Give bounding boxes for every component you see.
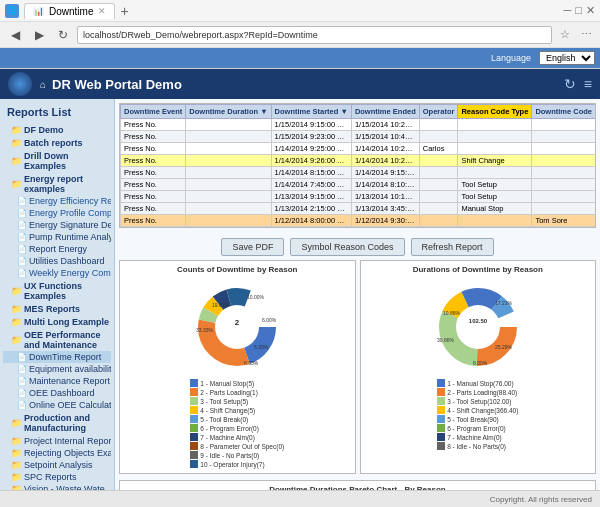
doc-icon: 📄 [17, 401, 27, 410]
sidebar-item-df-demo[interactable]: 📁 DF Demo [3, 124, 111, 136]
settings-icon[interactable]: ⋯ [577, 26, 595, 44]
table-row[interactable]: Press No. 1/13/2014 9:15:00 AM 1/13/2014… [121, 191, 597, 203]
legend-item: 9 - Idle - No Parts(0) [190, 451, 284, 459]
sidebar-item-oee-dashboard[interactable]: 📄 OEE Dashboard [3, 387, 111, 399]
doc-icon: 📄 [17, 377, 27, 386]
legend-color [437, 397, 445, 405]
footer: Copyright. All rights reserved [0, 490, 600, 507]
sidebar-item-label: Utilities Dashboard [29, 256, 105, 266]
tab-close-button[interactable]: ✕ [98, 6, 106, 16]
cell-operator [419, 155, 458, 167]
language-select[interactable]: English [539, 51, 595, 65]
table-row[interactable]: Press No. 1/12/2014 8:00:00 AM 1/12/2014… [121, 215, 597, 227]
legend-color [190, 424, 198, 432]
svg-point-6 [215, 305, 259, 349]
cell-event: Press No. [121, 203, 186, 215]
refresh-button[interactable]: ↻ [53, 25, 73, 45]
table-row[interactable]: Press No. 1/13/2014 2:15:00 PM 1/13/2014… [121, 203, 597, 215]
folder-icon: 📁 [11, 448, 22, 458]
sidebar-item-report-energy[interactable]: 📄 Report Energy [3, 243, 111, 255]
browser-tab[interactable]: 📊 Downtime ✕ [24, 3, 115, 19]
address-bar[interactable]: localhost/DRweb_Demo/webreport.aspx?RepI… [77, 26, 552, 44]
forward-button[interactable]: ▶ [29, 25, 49, 45]
table-row[interactable]: Press No. 1/15/2014 9:23:00 AM 1/15/2014… [121, 131, 597, 143]
legend-label: 5 - Tool Break(0) [200, 416, 248, 423]
sidebar-item-energy-profile[interactable]: 📄 Energy Profile Compare Report [3, 207, 111, 219]
sidebar-item-online-oee[interactable]: 📄 Online OEE Calculation Form [3, 399, 111, 411]
sidebar-group-production: 📁 Production and Manufacturing [3, 412, 111, 434]
sidebar-item-oee-performance[interactable]: 📁 OEE Performance and Maintenance [3, 329, 111, 351]
sidebar-item-vision-waste[interactable]: 📁 Vision - Waste Wate [3, 483, 111, 490]
legend-item: 2 - Parts Loading(1) [190, 388, 284, 396]
sidebar-item-multi-long[interactable]: 📁 Multi Long Example [3, 316, 111, 328]
cell-reason: Shift Change [458, 155, 532, 167]
table-row[interactable]: Press No. 1/15/2014 9:15:00 AM 1/15/2014… [121, 119, 597, 131]
sidebar-item-downtime-report[interactable]: 📄 DownTime Report [3, 351, 111, 363]
cell-ended: 1/15/2014 10:23:00 AM [351, 119, 419, 131]
cell-reason: Tool Setup [458, 179, 532, 191]
sidebar-item-ux-functions[interactable]: 📁 UX Functions Examples [3, 280, 111, 302]
cell-duration [186, 179, 271, 191]
legend-color [190, 379, 198, 387]
legend-label: 2 - Parts Loading(88.40) [447, 389, 517, 396]
legend-color [190, 451, 198, 459]
sidebar-item-maintenance-report[interactable]: 📄 Maintenance Report [3, 375, 111, 387]
doc-icon: 📄 [17, 353, 27, 362]
sidebar-item-rejecting[interactable]: 📁 Rejecting Objects Examples [3, 447, 111, 459]
new-tab-button[interactable]: + [120, 3, 128, 19]
back-button[interactable]: ◀ [5, 25, 25, 45]
legend-color [437, 379, 445, 387]
sidebar-item-energy-examples[interactable]: 📁 Energy report examples [3, 173, 111, 195]
sidebar-item-spc[interactable]: 📁 SPC Reports [3, 471, 111, 483]
sidebar-item-pump-runtime[interactable]: 📄 Pump Runtime Analysis [3, 231, 111, 243]
table-row[interactable]: Press No. 1/14/2014 7:45:00 AM 1/14/2014… [121, 179, 597, 191]
table-row[interactable]: Press No. 1/14/2014 9:26:00 AM 1/14/2014… [121, 155, 597, 167]
svg-text:8.00%: 8.00% [473, 360, 488, 366]
donut-charts-row: Counts of Downtime by Reason 2 19.67% [119, 260, 596, 474]
refresh-report-button[interactable]: Refresh Report [411, 238, 494, 256]
col-header-started[interactable]: Downtime Started ▼ [271, 105, 351, 119]
cell-ended: 1/13/2014 10:15:00 AM [351, 191, 419, 203]
legend-label: 5 - Tool Break(90) [447, 416, 499, 423]
sidebar-item-setpoint[interactable]: 📁 Setpoint Analysis [3, 459, 111, 471]
sidebar-item-drill-down[interactable]: 📁 Drill Down Examples [3, 150, 111, 172]
svg-text:30.86%: 30.86% [437, 337, 455, 343]
sidebar-item-label: Drill Down Examples [24, 151, 109, 171]
tab-label: Downtime [49, 6, 93, 17]
minimize-button[interactable]: ─ [564, 4, 572, 17]
legend-item: 7 - Machine Alm(0) [437, 433, 518, 441]
sidebar-item-weekly-energy[interactable]: 📄 Weekly Energy Compare Report [3, 267, 111, 279]
sidebar-item-production[interactable]: 📁 Production and Manufacturing [3, 412, 111, 434]
refresh-app-icon[interactable]: ↻ [564, 76, 576, 92]
sidebar-item-equipment-availability[interactable]: 📄 Equipment availability report [3, 363, 111, 375]
folder-icon: 📁 [11, 304, 22, 314]
close-button[interactable]: ✕ [586, 4, 595, 17]
menu-icon[interactable]: ≡ [584, 76, 592, 92]
sidebar-item-project-internal[interactable]: 📁 Project Internal Reports [3, 435, 111, 447]
sidebar-item-label: UX Functions Examples [24, 281, 109, 301]
cell-code [532, 191, 596, 203]
sidebar-item-mes-reports[interactable]: 📁 MES Reports [3, 303, 111, 315]
table-row[interactable]: Press No. 1/14/2014 9:25:00 AM 1/14/2014… [121, 143, 597, 155]
browser-chrome: 🌐 📊 Downtime ✕ + ─ □ ✕ ◀ ▶ ↻ localhost/D… [0, 0, 600, 69]
save-pdf-button[interactable]: Save PDF [221, 238, 284, 256]
folder-icon: 📁 [11, 317, 22, 327]
bookmark-icon[interactable]: ☆ [556, 26, 574, 44]
cell-duration [186, 215, 271, 227]
sidebar-item-energy-signature[interactable]: 📄 Energy Signature Demo [3, 219, 111, 231]
sidebar-item-batch-reports[interactable]: 📁 Batch reports [3, 137, 111, 149]
table-row[interactable]: Press No. 1/14/2014 8:15:00 AM 1/14/2014… [121, 167, 597, 179]
home-icon[interactable]: ⌂ [40, 79, 46, 90]
action-buttons-row: Save PDF Symbol Reason Codes Refresh Rep… [119, 234, 596, 260]
sidebar-item-energy-efficiency[interactable]: 📄 Energy Efficiency Report [3, 195, 111, 207]
col-header-duration: Downtime Duration ▼ [186, 105, 271, 119]
sidebar-item-utilities-dashboard[interactable]: 📄 Utilities Dashboard [3, 255, 111, 267]
sidebar-item-label: Batch reports [24, 138, 83, 148]
symbol-reason-codes-button[interactable]: Symbol Reason Codes [290, 238, 404, 256]
legend-color [190, 415, 198, 423]
cell-code [532, 119, 596, 131]
sidebar-item-label: Pump Runtime Analysis [29, 232, 111, 242]
maximize-button[interactable]: □ [575, 4, 582, 17]
sidebar-group-df-demo: 📁 DF Demo [3, 124, 111, 136]
folder-icon: 📁 [11, 138, 22, 148]
